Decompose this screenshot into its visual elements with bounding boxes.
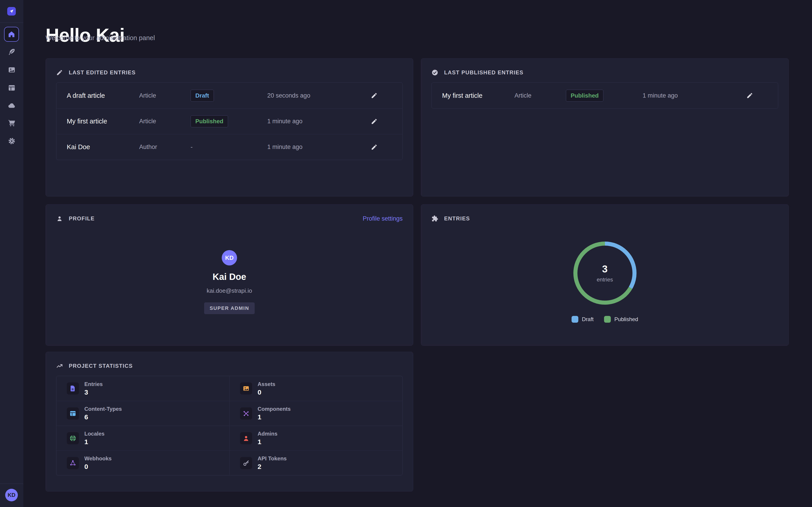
last-published-entries-card: LAST PUBLISHED ENTRIES My first article … <box>421 58 789 196</box>
role-badge: SUPER ADMIN <box>204 302 254 314</box>
card-header: ENTRIES <box>432 215 778 222</box>
edit-button[interactable] <box>356 92 392 99</box>
entry-time: 1 minute ago <box>267 144 356 151</box>
images-icon <box>8 66 16 74</box>
stat-value: 0 <box>84 463 112 470</box>
pencil-icon <box>371 92 377 99</box>
entries-unit: entries <box>597 277 613 283</box>
card-title: ENTRIES <box>444 215 470 222</box>
check-circle-icon <box>432 69 438 76</box>
last-edited-entries-card: LAST EDITED ENTRIES A draft article Arti… <box>46 58 413 196</box>
stat-value: 0 <box>258 389 275 396</box>
published-swatch <box>604 316 611 323</box>
gear-icon <box>8 137 16 145</box>
sidebar-item-marketplace[interactable] <box>0 119 23 127</box>
stat-value: 1 <box>258 438 277 446</box>
card-title: PROJECT STATISTICS <box>69 363 133 369</box>
profile-settings-link[interactable]: Profile settings <box>363 215 403 222</box>
puzzle-icon <box>432 215 438 222</box>
edit-button[interactable] <box>356 118 392 125</box>
pencil-icon <box>56 69 63 76</box>
sidebar-divider <box>0 22 23 23</box>
sidebar-item-home[interactable] <box>4 27 19 42</box>
entries-donut-chart: 3 entries <box>571 239 639 307</box>
stat-value: 3 <box>84 389 103 396</box>
stat-webhooks: Webhooks0 <box>56 450 230 475</box>
profile-name: Kai Doe <box>213 272 246 282</box>
pencil-icon <box>371 118 377 125</box>
card-header: LAST PUBLISHED ENTRIES <box>432 69 778 76</box>
user-icon <box>240 432 252 444</box>
profile-body: KD Kai Doe kai.doe@strapi.io SUPER ADMIN <box>56 222 403 314</box>
stat-assets: Assets0 <box>230 376 402 401</box>
legend-label: Draft <box>582 316 594 323</box>
stat-label: Locales <box>84 431 104 437</box>
entry-name: My first article <box>442 92 514 99</box>
sidebar-item-content-manager[interactable] <box>0 48 23 56</box>
stat-admins: Admins1 <box>230 426 402 450</box>
webhook-icon <box>67 457 79 469</box>
sidebar-item-settings[interactable] <box>0 137 23 145</box>
sidebar-divider <box>0 484 23 484</box>
cloud-icon <box>8 101 16 110</box>
entry-name: My first article <box>67 118 139 125</box>
entry-name: A draft article <box>67 92 139 99</box>
globe-icon <box>67 432 79 444</box>
stat-components: Components1 <box>230 401 402 426</box>
layout-icon <box>8 84 16 92</box>
project-statistics-card: PROJECT STATISTICS Entries3 Assets0 Cont… <box>46 352 413 492</box>
stat-value: 1 <box>84 438 104 446</box>
entry-type: Article <box>514 92 566 99</box>
stat-label: Content-Types <box>84 406 122 412</box>
key-icon <box>240 457 252 469</box>
trending-up-icon <box>56 362 63 369</box>
images-icon <box>240 382 252 395</box>
profile-email: kai.doe@strapi.io <box>207 287 252 294</box>
card-header: LAST EDITED ENTRIES <box>56 69 403 76</box>
entry-type: Article <box>139 118 191 125</box>
entry-name: Kai Doe <box>67 143 139 151</box>
user-icon <box>56 215 63 222</box>
stat-label: API Tokens <box>258 455 287 462</box>
edit-button[interactable] <box>356 144 392 151</box>
entry-time: 20 seconds ago <box>267 92 356 99</box>
home-icon <box>8 31 15 38</box>
page-subtitle: Welcome to your administration panel <box>46 34 155 42</box>
pencil-icon <box>746 92 753 99</box>
legend-item-draft: Draft <box>571 316 594 323</box>
card-header: PROJECT STATISTICS <box>56 362 403 370</box>
entries-total: 3 <box>602 264 607 275</box>
last-published-table: My first article Article Published 1 min… <box>432 82 778 109</box>
sidebar-item-cloud[interactable] <box>0 101 23 110</box>
sidebar-item-media-library[interactable] <box>0 66 23 74</box>
stat-api-tokens: API Tokens2 <box>230 450 402 475</box>
entry-type: Article <box>139 92 191 99</box>
status-empty: - <box>191 144 267 151</box>
table-row[interactable]: A draft article Article Draft 20 seconds… <box>56 83 402 108</box>
stat-value: 2 <box>258 463 287 470</box>
status-badge: Published <box>191 115 228 127</box>
strapi-admin-homepage: KD Hello Kai Welcome to your administrat… <box>0 0 812 507</box>
edit-button[interactable] <box>732 92 768 99</box>
user-avatar[interactable]: KD <box>5 489 18 501</box>
entries-card: ENTRIES 3 entries Draft Published <box>421 205 789 346</box>
table-row[interactable]: Kai Doe Author - 1 minute ago <box>56 134 402 160</box>
legend-label: Published <box>614 316 638 323</box>
card-title: LAST EDITED ENTRIES <box>69 69 136 76</box>
feather-icon <box>8 48 16 56</box>
table-row[interactable]: My first article Article Published 1 min… <box>56 108 402 134</box>
table-row[interactable]: My first article Article Published 1 min… <box>432 83 778 108</box>
stat-value: 6 <box>84 413 122 421</box>
stats-grid: Entries3 Assets0 Content-Types6 Componen… <box>56 376 403 475</box>
entry-type: Author <box>139 144 191 151</box>
entry-time: 1 minute ago <box>643 92 732 99</box>
avatar: KD <box>222 250 237 266</box>
draft-swatch <box>571 316 578 323</box>
sidebar-item-content-type-builder[interactable] <box>0 84 23 92</box>
donut-center: 3 entries <box>571 239 639 307</box>
card-title: LAST PUBLISHED ENTRIES <box>444 69 523 76</box>
sidebar: KD <box>0 0 23 507</box>
entry-time: 1 minute ago <box>267 118 356 125</box>
stat-value: 1 <box>258 413 291 421</box>
stat-label: Assets <box>258 381 275 387</box>
